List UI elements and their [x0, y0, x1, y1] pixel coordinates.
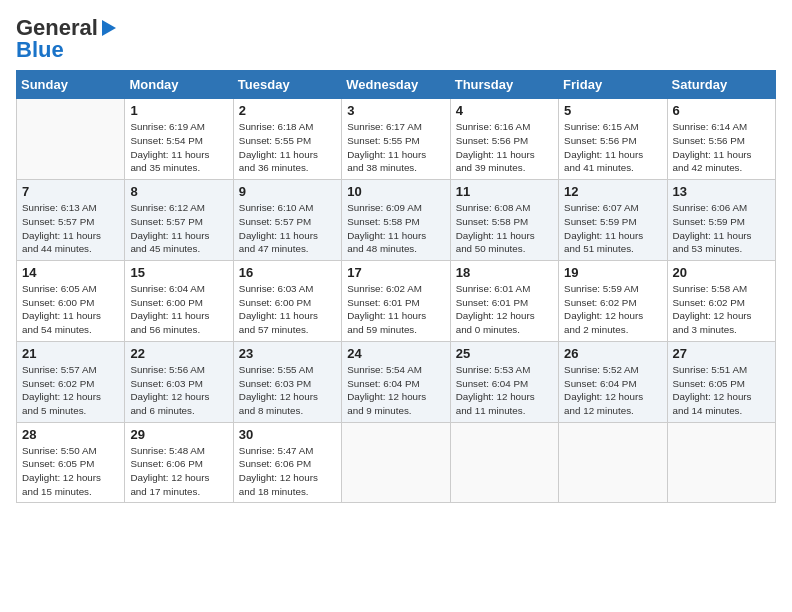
- day-number: 9: [239, 184, 336, 199]
- header-day-sunday: Sunday: [17, 71, 125, 99]
- day-info: Sunrise: 5:48 AM Sunset: 6:06 PM Dayligh…: [130, 444, 227, 499]
- calendar-cell: 9Sunrise: 6:10 AM Sunset: 5:57 PM Daylig…: [233, 180, 341, 261]
- calendar-cell: 6Sunrise: 6:14 AM Sunset: 5:56 PM Daylig…: [667, 99, 775, 180]
- day-info: Sunrise: 6:13 AM Sunset: 5:57 PM Dayligh…: [22, 201, 119, 256]
- calendar-cell: 17Sunrise: 6:02 AM Sunset: 6:01 PM Dayli…: [342, 261, 450, 342]
- calendar-cell: 12Sunrise: 6:07 AM Sunset: 5:59 PM Dayli…: [559, 180, 667, 261]
- calendar-row-2: 7Sunrise: 6:13 AM Sunset: 5:57 PM Daylig…: [17, 180, 776, 261]
- day-number: 21: [22, 346, 119, 361]
- calendar-cell: 24Sunrise: 5:54 AM Sunset: 6:04 PM Dayli…: [342, 341, 450, 422]
- day-number: 25: [456, 346, 553, 361]
- day-info: Sunrise: 6:04 AM Sunset: 6:00 PM Dayligh…: [130, 282, 227, 337]
- day-info: Sunrise: 5:58 AM Sunset: 6:02 PM Dayligh…: [673, 282, 770, 337]
- calendar-row-3: 14Sunrise: 6:05 AM Sunset: 6:00 PM Dayli…: [17, 261, 776, 342]
- calendar-cell: 19Sunrise: 5:59 AM Sunset: 6:02 PM Dayli…: [559, 261, 667, 342]
- day-info: Sunrise: 6:18 AM Sunset: 5:55 PM Dayligh…: [239, 120, 336, 175]
- calendar-row-1: 1Sunrise: 6:19 AM Sunset: 5:54 PM Daylig…: [17, 99, 776, 180]
- day-number: 5: [564, 103, 661, 118]
- calendar-cell: [342, 422, 450, 503]
- calendar-cell: 27Sunrise: 5:51 AM Sunset: 6:05 PM Dayli…: [667, 341, 775, 422]
- day-info: Sunrise: 5:52 AM Sunset: 6:04 PM Dayligh…: [564, 363, 661, 418]
- calendar-cell: 29Sunrise: 5:48 AM Sunset: 6:06 PM Dayli…: [125, 422, 233, 503]
- day-number: 28: [22, 427, 119, 442]
- day-number: 20: [673, 265, 770, 280]
- day-number: 2: [239, 103, 336, 118]
- logo-text-blue: Blue: [16, 38, 64, 62]
- header-day-thursday: Thursday: [450, 71, 558, 99]
- day-info: Sunrise: 6:10 AM Sunset: 5:57 PM Dayligh…: [239, 201, 336, 256]
- day-number: 23: [239, 346, 336, 361]
- day-info: Sunrise: 6:14 AM Sunset: 5:56 PM Dayligh…: [673, 120, 770, 175]
- calendar-cell: 11Sunrise: 6:08 AM Sunset: 5:58 PM Dayli…: [450, 180, 558, 261]
- day-number: 18: [456, 265, 553, 280]
- calendar-cell: 18Sunrise: 6:01 AM Sunset: 6:01 PM Dayli…: [450, 261, 558, 342]
- day-number: 27: [673, 346, 770, 361]
- day-info: Sunrise: 5:57 AM Sunset: 6:02 PM Dayligh…: [22, 363, 119, 418]
- calendar-cell: 16Sunrise: 6:03 AM Sunset: 6:00 PM Dayli…: [233, 261, 341, 342]
- header-day-friday: Friday: [559, 71, 667, 99]
- day-info: Sunrise: 5:53 AM Sunset: 6:04 PM Dayligh…: [456, 363, 553, 418]
- calendar-cell: 25Sunrise: 5:53 AM Sunset: 6:04 PM Dayli…: [450, 341, 558, 422]
- header-day-wednesday: Wednesday: [342, 71, 450, 99]
- day-info: Sunrise: 5:59 AM Sunset: 6:02 PM Dayligh…: [564, 282, 661, 337]
- day-info: Sunrise: 6:16 AM Sunset: 5:56 PM Dayligh…: [456, 120, 553, 175]
- calendar-header: SundayMondayTuesdayWednesdayThursdayFrid…: [17, 71, 776, 99]
- day-info: Sunrise: 5:50 AM Sunset: 6:05 PM Dayligh…: [22, 444, 119, 499]
- day-info: Sunrise: 6:17 AM Sunset: 5:55 PM Dayligh…: [347, 120, 444, 175]
- calendar-cell: 7Sunrise: 6:13 AM Sunset: 5:57 PM Daylig…: [17, 180, 125, 261]
- day-number: 13: [673, 184, 770, 199]
- calendar-cell: 1Sunrise: 6:19 AM Sunset: 5:54 PM Daylig…: [125, 99, 233, 180]
- day-number: 3: [347, 103, 444, 118]
- day-info: Sunrise: 5:56 AM Sunset: 6:03 PM Dayligh…: [130, 363, 227, 418]
- day-number: 24: [347, 346, 444, 361]
- calendar-cell: 8Sunrise: 6:12 AM Sunset: 5:57 PM Daylig…: [125, 180, 233, 261]
- day-number: 10: [347, 184, 444, 199]
- day-info: Sunrise: 6:06 AM Sunset: 5:59 PM Dayligh…: [673, 201, 770, 256]
- day-number: 11: [456, 184, 553, 199]
- header-day-tuesday: Tuesday: [233, 71, 341, 99]
- day-number: 14: [22, 265, 119, 280]
- calendar-cell: 10Sunrise: 6:09 AM Sunset: 5:58 PM Dayli…: [342, 180, 450, 261]
- day-info: Sunrise: 6:19 AM Sunset: 5:54 PM Dayligh…: [130, 120, 227, 175]
- day-number: 1: [130, 103, 227, 118]
- day-number: 30: [239, 427, 336, 442]
- calendar-row-4: 21Sunrise: 5:57 AM Sunset: 6:02 PM Dayli…: [17, 341, 776, 422]
- day-info: Sunrise: 6:03 AM Sunset: 6:00 PM Dayligh…: [239, 282, 336, 337]
- calendar-cell: 21Sunrise: 5:57 AM Sunset: 6:02 PM Dayli…: [17, 341, 125, 422]
- day-number: 29: [130, 427, 227, 442]
- header-day-saturday: Saturday: [667, 71, 775, 99]
- day-number: 8: [130, 184, 227, 199]
- calendar-cell: 13Sunrise: 6:06 AM Sunset: 5:59 PM Dayli…: [667, 180, 775, 261]
- day-info: Sunrise: 5:47 AM Sunset: 6:06 PM Dayligh…: [239, 444, 336, 499]
- calendar-cell: 5Sunrise: 6:15 AM Sunset: 5:56 PM Daylig…: [559, 99, 667, 180]
- day-info: Sunrise: 5:51 AM Sunset: 6:05 PM Dayligh…: [673, 363, 770, 418]
- calendar-cell: [17, 99, 125, 180]
- header-day-monday: Monday: [125, 71, 233, 99]
- day-number: 4: [456, 103, 553, 118]
- calendar-row-5: 28Sunrise: 5:50 AM Sunset: 6:05 PM Dayli…: [17, 422, 776, 503]
- logo-arrow-icon: [102, 20, 116, 36]
- day-number: 22: [130, 346, 227, 361]
- day-number: 26: [564, 346, 661, 361]
- day-info: Sunrise: 6:08 AM Sunset: 5:58 PM Dayligh…: [456, 201, 553, 256]
- day-info: Sunrise: 5:54 AM Sunset: 6:04 PM Dayligh…: [347, 363, 444, 418]
- calendar-cell: 28Sunrise: 5:50 AM Sunset: 6:05 PM Dayli…: [17, 422, 125, 503]
- calendar-cell: [667, 422, 775, 503]
- calendar-body: 1Sunrise: 6:19 AM Sunset: 5:54 PM Daylig…: [17, 99, 776, 503]
- day-number: 12: [564, 184, 661, 199]
- logo: General Blue: [16, 16, 116, 62]
- calendar-cell: 30Sunrise: 5:47 AM Sunset: 6:06 PM Dayli…: [233, 422, 341, 503]
- day-info: Sunrise: 5:55 AM Sunset: 6:03 PM Dayligh…: [239, 363, 336, 418]
- calendar-cell: 22Sunrise: 5:56 AM Sunset: 6:03 PM Dayli…: [125, 341, 233, 422]
- calendar-cell: 26Sunrise: 5:52 AM Sunset: 6:04 PM Dayli…: [559, 341, 667, 422]
- day-info: Sunrise: 6:01 AM Sunset: 6:01 PM Dayligh…: [456, 282, 553, 337]
- calendar-cell: 14Sunrise: 6:05 AM Sunset: 6:00 PM Dayli…: [17, 261, 125, 342]
- calendar-cell: 20Sunrise: 5:58 AM Sunset: 6:02 PM Dayli…: [667, 261, 775, 342]
- day-info: Sunrise: 6:09 AM Sunset: 5:58 PM Dayligh…: [347, 201, 444, 256]
- day-number: 17: [347, 265, 444, 280]
- day-info: Sunrise: 6:05 AM Sunset: 6:00 PM Dayligh…: [22, 282, 119, 337]
- calendar-cell: 23Sunrise: 5:55 AM Sunset: 6:03 PM Dayli…: [233, 341, 341, 422]
- calendar-cell: 2Sunrise: 6:18 AM Sunset: 5:55 PM Daylig…: [233, 99, 341, 180]
- calendar-cell: 4Sunrise: 6:16 AM Sunset: 5:56 PM Daylig…: [450, 99, 558, 180]
- header-row: SundayMondayTuesdayWednesdayThursdayFrid…: [17, 71, 776, 99]
